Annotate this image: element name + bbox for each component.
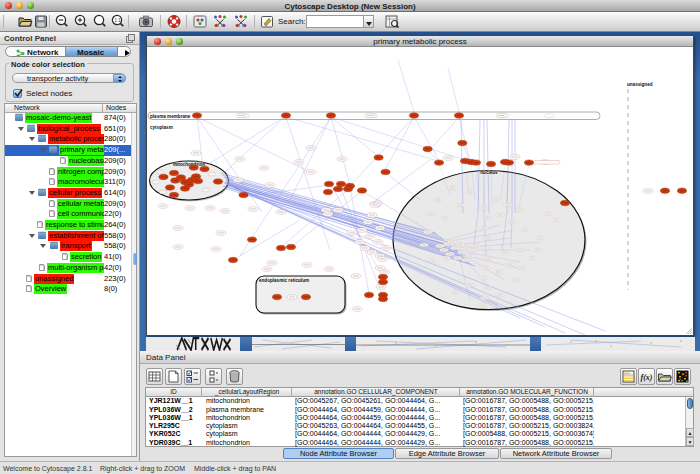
svg-text:cytoplasm: cytoplasm <box>150 125 173 130</box>
svg-text:unassigned: unassigned <box>627 82 653 87</box>
svg-text:f(x): f(x) <box>641 373 653 382</box>
svg-text:1:1: 1:1 <box>114 18 121 23</box>
svg-text:mitochondrion: mitochondrion <box>173 162 205 167</box>
svg-text:plasma membrane: plasma membrane <box>150 114 191 119</box>
svg-text:nucleus: nucleus <box>480 170 498 175</box>
svg-text:endoplasmic reticulum: endoplasmic reticulum <box>259 278 309 283</box>
